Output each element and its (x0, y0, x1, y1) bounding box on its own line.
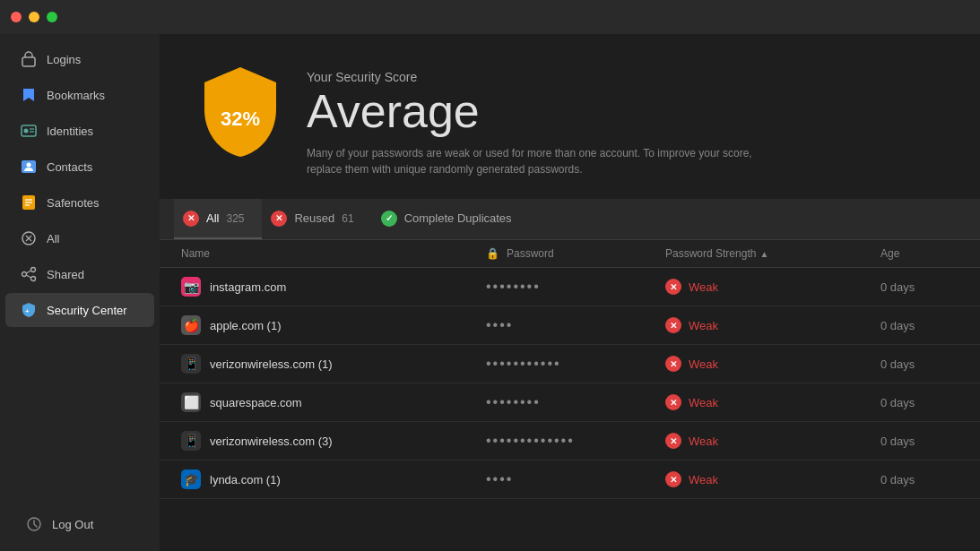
title-bar (0, 0, 980, 34)
svg-point-6 (27, 163, 31, 168)
weakness-icon: ✕ (665, 279, 681, 295)
table-row[interactable]: 🍎 apple.com (1) •••• ✕ Weak 0 days (160, 306, 980, 345)
row-name: 📱 verizonwireless.com (3) (181, 431, 486, 451)
row-name: 🎓 lynda.com (1) (181, 469, 486, 489)
row-age: 0 days (880, 396, 958, 409)
svg-rect-0 (22, 57, 35, 66)
row-password: •••••••• (486, 279, 665, 295)
row-icon: 🍎 (181, 315, 201, 335)
row-password: •••• (486, 317, 665, 333)
strength-label: Weak (689, 435, 718, 448)
sort-arrow-icon: ▲ (759, 249, 768, 259)
row-password: ••••••••••••• (486, 433, 665, 449)
reused-badge-icon: ✕ (271, 211, 287, 227)
app-body: Logins Bookmarks Identities (0, 34, 980, 551)
svg-point-16 (31, 277, 36, 281)
strength-label: Weak (689, 319, 718, 332)
identities-icon (20, 122, 38, 140)
weakness-icon: ✕ (665, 356, 681, 372)
score-grade: Average (307, 88, 755, 134)
shared-icon (20, 265, 38, 283)
header-age: Age (880, 247, 958, 260)
contacts-label: Contacts (47, 160, 92, 174)
maximize-button[interactable] (47, 12, 57, 22)
row-age: 0 days (880, 473, 958, 486)
filter-tab-reused[interactable]: ✕ Reused 61 (262, 199, 371, 239)
row-strength: ✕ Weak (665, 356, 880, 372)
svg-rect-1 (22, 125, 36, 136)
strength-label: Weak (689, 396, 718, 409)
bookmarks-icon (20, 86, 38, 104)
score-info: Your Security Score Average Many of your… (307, 63, 755, 177)
svg-point-15 (22, 272, 27, 277)
minimize-button[interactable] (29, 12, 39, 22)
sidebar-item-safenotes[interactable]: Safenotes (5, 185, 154, 220)
sidebar-item-logins[interactable]: Logins (5, 42, 154, 76)
shield-svg: 32% (195, 63, 285, 161)
row-name: 🍎 apple.com (1) (181, 315, 486, 335)
all-icon (20, 229, 38, 247)
table-row[interactable]: ⬜ squarespace.com •••••••• ✕ Weak 0 days (160, 383, 980, 422)
header-password-strength[interactable]: Password Strength ▲ (665, 247, 880, 260)
shared-label: Shared (47, 268, 84, 281)
security-center-icon: + (20, 301, 38, 319)
weakness-icon: ✕ (665, 394, 681, 410)
sidebar-item-contacts[interactable]: Contacts (5, 150, 154, 184)
row-age: 0 days (880, 319, 958, 332)
header-password: 🔒 Password (486, 247, 665, 260)
row-strength: ✕ Weak (665, 394, 880, 410)
strength-label: Weak (689, 357, 718, 371)
header-name: Name (181, 247, 486, 260)
table-header: Name 🔒 Password Password Strength ▲ Age (160, 240, 980, 268)
row-icon: 📷 (181, 277, 201, 297)
all-badge-icon: ✕ (183, 211, 199, 227)
filter-tab-all[interactable]: ✕ All 325 (174, 199, 262, 239)
main-content: 32% Your Security Score Average Many of … (160, 34, 980, 551)
all-tab-count: 325 (226, 212, 244, 225)
reused-tab-label: Reused (294, 211, 334, 225)
row-age: 0 days (880, 435, 958, 448)
filter-tab-duplicates[interactable]: ✓ Complete Duplicates (372, 199, 530, 239)
table-row[interactable]: 🎓 lynda.com (1) •••• ✕ Weak 0 days (160, 461, 980, 499)
filter-bar: ✕ All 325 ✕ Reused 61 ✓ Complete Duplica… (160, 199, 980, 240)
close-button[interactable] (11, 12, 22, 22)
svg-line-17 (26, 271, 31, 273)
shield-container: 32% (195, 63, 285, 161)
identities-label: Identities (47, 125, 93, 138)
duplicates-badge-icon: ✓ (381, 211, 397, 227)
sidebar-item-shared[interactable]: Shared (5, 257, 154, 291)
row-strength: ✕ Weak (665, 471, 880, 487)
svg-point-14 (31, 268, 36, 272)
row-icon: ⬜ (181, 392, 201, 412)
logout-icon (25, 515, 43, 533)
bookmarks-label: Bookmarks (47, 89, 105, 102)
row-strength: ✕ Weak (665, 433, 880, 449)
sidebar-item-identities[interactable]: Identities (5, 114, 154, 148)
logout-label: Log Out (52, 518, 93, 531)
row-password: •••••••• (486, 394, 665, 410)
safenotes-label: Safenotes (47, 196, 100, 210)
weakness-icon: ✕ (665, 471, 681, 487)
sidebar-item-bookmarks[interactable]: Bookmarks (5, 78, 154, 112)
shield-score: 32% (221, 108, 260, 130)
row-age: 0 days (880, 357, 958, 371)
svg-point-2 (24, 129, 29, 133)
row-name: ⬜ squarespace.com (181, 392, 486, 412)
row-name: 📱 verizonwireless.com (1) (181, 354, 486, 374)
table-row[interactable]: 📱 verizonwireless.com (1) ••••••••••• ✕ … (160, 345, 980, 383)
logins-icon (20, 50, 38, 68)
sidebar: Logins Bookmarks Identities (0, 34, 160, 551)
weakness-icon: ✕ (665, 433, 681, 449)
table-row[interactable]: 📱 verizonwireless.com (3) ••••••••••••• … (160, 422, 980, 461)
svg-line-18 (26, 275, 31, 278)
row-strength: ✕ Weak (665, 317, 880, 333)
safenotes-icon (20, 194, 38, 211)
row-password: ••••••••••• (486, 356, 665, 372)
sidebar-item-all[interactable]: All (5, 221, 154, 255)
logout-button[interactable]: Log Out (11, 507, 149, 541)
sidebar-item-security-center[interactable]: + Security Center (5, 293, 154, 327)
row-name: 📷 instagram.com (181, 277, 486, 297)
table-row[interactable]: 📷 instagram.com •••••••• ✕ Weak 0 days (160, 268, 980, 306)
score-title: Your Security Score (307, 70, 755, 84)
reused-tab-count: 61 (342, 212, 353, 225)
